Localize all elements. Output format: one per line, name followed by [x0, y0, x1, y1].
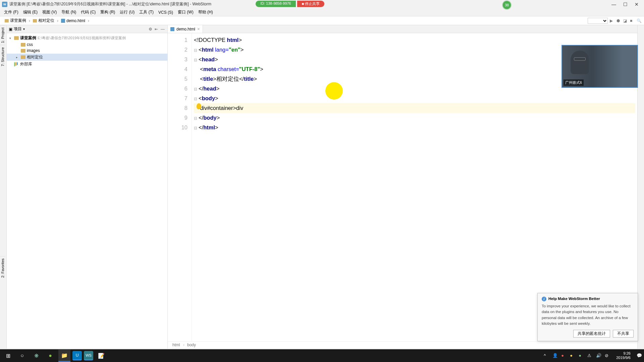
line-number: 3 — [168, 55, 187, 64]
tree-css-folder[interactable]: css — [7, 42, 167, 48]
start-button[interactable]: ⊞ — [2, 350, 14, 362]
breadcrumb-root[interactable]: 课堂案例 — [3, 18, 28, 23]
webstorm-icon: W — [2, 2, 7, 7]
favorites-tool-tab[interactable]: 2: Favorites — [0, 256, 5, 280]
taskbar-clock[interactable]: 9:26 2019/9/6 — [616, 351, 631, 360]
system-tray: ^ 👤 ● ● ● ⚠ 🔊 ⊘ 9:26 2019/9/6 💬 — [544, 351, 642, 360]
menu-vcs[interactable]: VCS (S) — [156, 9, 175, 15]
share-stats-button[interactable]: 共享的匿名统计 — [573, 330, 610, 338]
menu-file[interactable]: 文件 (F) — [2, 9, 20, 16]
menu-code[interactable]: 代码 (C) — [79, 9, 98, 16]
notification-badge[interactable]: 38 — [502, 0, 512, 10]
debug-icon[interactable]: ⬢ — [616, 18, 621, 23]
menu-tools[interactable]: 工具 (T) — [137, 9, 156, 16]
share-id-badge[interactable]: ID: 138-9858-9976 — [256, 1, 296, 7]
folder-icon — [21, 55, 25, 59]
network-icon[interactable]: ⚠ — [587, 353, 593, 358]
breadcrumb-file[interactable]: demo.html — [59, 18, 87, 23]
project-tool-tab[interactable]: 1: Project — [0, 25, 5, 45]
volume-icon[interactable]: 🔊 — [596, 353, 601, 358]
menu-window[interactable]: 窗口 (W) — [176, 9, 196, 16]
tray-icon[interactable]: 👤 — [552, 353, 558, 358]
menu-bar: 文件 (F) 编辑 (E) 视图 (V) 导航 (N) 代码 (C) 重构 (R… — [0, 8, 644, 16]
tray-icon[interactable]: ● — [561, 353, 567, 358]
app-icon[interactable]: ❋ — [30, 350, 42, 362]
chevron-up-icon[interactable]: ^ — [544, 353, 549, 358]
stop-icon[interactable]: ■ — [630, 18, 635, 23]
tab-demo-html[interactable]: demo.html × — [168, 25, 203, 33]
title-bar: W 课堂案例 [E:\粤嵌\暑假合7班\2019年9月6日视频和资料\课堂案例]… — [0, 0, 644, 8]
tree-root[interactable]: ▾ 课堂案例 E:\粤嵌\暑假合7班\2019年9月6日视频和资料\课堂案例 — [7, 35, 167, 42]
coverage-icon[interactable]: ◪ — [623, 18, 628, 23]
info-icon: i — [542, 297, 546, 301]
run-icon[interactable]: ▶ — [610, 18, 614, 23]
webcam-label: 广州嵌式6 — [564, 79, 584, 86]
breadcrumb-html[interactable]: html — [172, 343, 184, 348]
line-gutter: 1 2 3 4 5 6 7 8 9 10 — [168, 33, 192, 341]
project-panel: ▣ 项目 ▾ ⚙ ⇤ — ▾ 课堂案例 E:\粤嵌\暑假合7班\2019年9月6… — [7, 25, 168, 349]
tab-close-icon[interactable]: × — [197, 26, 200, 32]
chrome-icon[interactable]: ● — [44, 350, 56, 362]
maximize-button[interactable]: ☐ — [623, 2, 627, 6]
tree-images-folder[interactable]: images — [7, 48, 167, 54]
line-number: 4 — [168, 64, 187, 74]
notification-center-icon[interactable]: 💬 — [637, 353, 642, 358]
menu-run[interactable]: 运行 (U) — [118, 9, 137, 16]
menu-navigate[interactable]: 导航 (N) — [59, 9, 78, 16]
html-file-icon — [170, 27, 174, 31]
dont-share-button[interactable]: 不共享 — [613, 330, 634, 338]
breadcrumb-folder[interactable]: 相对定位 — [31, 18, 56, 23]
stop-share-button[interactable]: ■ 停止共享 — [297, 1, 325, 7]
time: 9:26 — [616, 351, 631, 356]
menu-help[interactable]: 帮助 (H) — [196, 9, 215, 16]
breadcrumb-label: demo.html — [66, 18, 85, 23]
panel-collapse-icon[interactable]: ▣ — [9, 27, 12, 32]
code-line: ⊟<body> — [194, 94, 635, 103]
tree-xdwd-folder[interactable]: ▸ 相对定位 — [7, 54, 167, 61]
line-number: 7 — [168, 94, 187, 103]
menu-view[interactable]: 视图 (V) — [40, 9, 59, 16]
panel-header: ▣ 项目 ▾ ⚙ ⇤ — — [7, 25, 167, 33]
date: 2019/9/6 — [616, 356, 631, 360]
tray-icon[interactable]: ● — [570, 353, 575, 358]
folder-icon — [21, 43, 25, 47]
help-popup: i Help Make WebStorm Better To improve y… — [537, 293, 638, 341]
tree-label: 外部库 — [20, 61, 32, 67]
html-file-icon — [61, 19, 65, 23]
webstorm-task-icon[interactable]: WS — [84, 351, 93, 360]
popup-title: Help Make WebStorm Better — [548, 297, 600, 301]
tree-path: E:\粤嵌\暑假合7班\2019年9月6日视频和资料\课堂案例 — [38, 36, 126, 41]
gear-icon[interactable]: ⚙ — [149, 27, 153, 32]
cortana-icon[interactable]: ○ — [16, 350, 28, 362]
structure-tool-tab[interactable]: 7: Structure — [0, 45, 5, 68]
app-icon[interactable]: U — [72, 351, 82, 360]
line-number: 2 — [168, 45, 187, 55]
hide-icon[interactable]: — — [161, 27, 165, 32]
intention-bulb-icon[interactable] — [197, 103, 201, 109]
line-number: 10 — [168, 123, 187, 132]
search-icon[interactable]: 🔍 — [637, 18, 641, 23]
menu-refactor[interactable]: 重构 (R) — [98, 9, 117, 16]
code-line: ⊟</html> — [194, 123, 635, 132]
chevron-icon: › — [57, 18, 58, 23]
editor-tabs: demo.html × — [168, 25, 637, 33]
tray-icon[interactable]: ● — [579, 353, 584, 358]
webcam-overlay[interactable]: 广州嵌式6 — [561, 45, 638, 88]
tray-icon[interactable]: ⊘ — [605, 353, 610, 358]
folder-icon — [21, 49, 25, 53]
folder-icon — [14, 36, 19, 40]
editor-breadcrumb: html body — [168, 341, 637, 349]
collapse-icon[interactable]: ⇤ — [155, 27, 159, 32]
explorer-icon[interactable]: 📁 — [58, 350, 70, 362]
right-gutter — [637, 25, 644, 349]
code-line: <!DOCTYPE html> — [194, 35, 635, 45]
close-button[interactable]: ✕ — [635, 2, 639, 6]
dropdown-icon[interactable]: ▾ — [23, 27, 25, 31]
line-number: 9 — [168, 113, 187, 123]
minimize-button[interactable]: — — [612, 2, 616, 6]
menu-edit[interactable]: 编辑 (E) — [21, 9, 40, 16]
notepad-icon[interactable]: 📝 — [95, 350, 107, 362]
run-config-dropdown[interactable] — [588, 18, 608, 24]
tree-external-lib[interactable]: 外部库 — [7, 61, 167, 68]
breadcrumb-body[interactable]: body — [187, 343, 198, 348]
